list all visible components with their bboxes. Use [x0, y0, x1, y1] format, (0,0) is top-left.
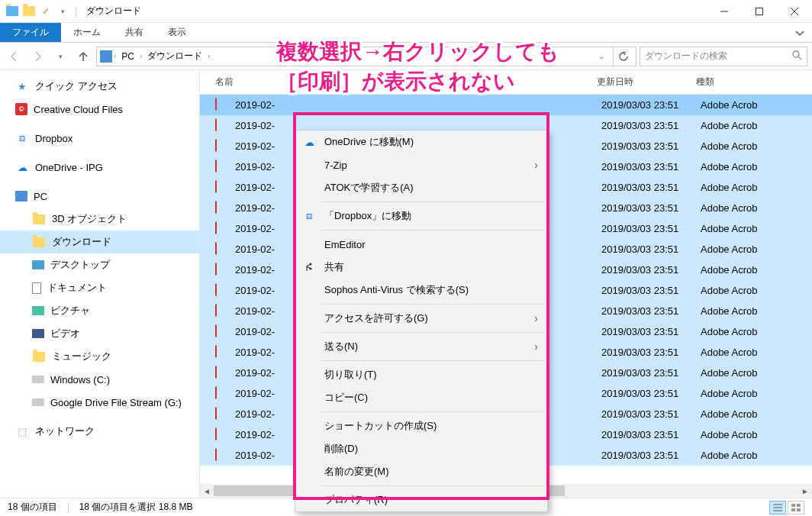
pc-icon — [100, 50, 112, 63]
cm-separator — [321, 304, 544, 305]
sidebar-pc[interactable]: PC — [0, 185, 199, 208]
folder-icon — [32, 212, 46, 226]
sidebar-dropbox[interactable]: ⧈Dropbox — [0, 127, 199, 150]
file-type: Adobe Acrob — [701, 305, 807, 317]
file-date: 2019/03/03 23:51 — [601, 429, 701, 440]
scroll-right-icon[interactable]: ► — [798, 484, 812, 498]
sidebar-creative-cloud[interactable]: ©Creative Cloud Files — [0, 98, 199, 121]
tab-share[interactable]: 共有 — [113, 23, 156, 42]
sidebar-windows-c[interactable]: Windows (C:) — [0, 368, 199, 391]
file-date: 2019/03/03 23:51 — [601, 223, 701, 234]
cm-cut[interactable]: 切り取り(T) — [295, 363, 547, 386]
address-dropdown-icon[interactable]: ⌄ — [591, 47, 611, 66]
pdf-icon — [215, 243, 229, 256]
file-date: 2019/03/03 23:51 — [601, 408, 701, 420]
cm-access[interactable]: アクセスを許可する(G)› — [295, 307, 547, 330]
file-type: Adobe Acrob — [701, 326, 807, 337]
crumb-pc[interactable]: PC — [118, 51, 138, 62]
dropbox-icon: ⧈ — [303, 210, 315, 222]
qat-check-icon[interactable]: ✓ — [38, 4, 53, 19]
cm-properties[interactable]: プロパティ(R) — [295, 489, 547, 511]
cm-dropbox[interactable]: ⧈「Dropbox」に移動 — [295, 205, 547, 227]
sidebar-pictures[interactable]: ピクチャ — [0, 299, 199, 322]
cm-onedrive[interactable]: ☁OneDrive に移動(M) — [295, 131, 547, 153]
view-icons-button[interactable] — [788, 501, 804, 514]
svg-point-13 — [310, 263, 312, 266]
sidebar-gdrive[interactable]: Google Drive File Stream (G:) — [0, 391, 199, 414]
cm-7zip[interactable]: 7-Zip› — [295, 153, 547, 176]
cm-delete[interactable]: 削除(D) — [295, 437, 547, 460]
refresh-button[interactable] — [613, 47, 633, 66]
status-separator — [68, 502, 69, 513]
sidebar-3d-objects[interactable]: 3D オブジェクト — [0, 208, 199, 231]
sidebar-music[interactable]: ミュージック — [0, 345, 199, 368]
pdf-icon — [215, 305, 229, 318]
cm-send[interactable]: 送る(N)› — [295, 335, 547, 358]
minimize-button[interactable] — [707, 0, 742, 23]
cm-copy[interactable]: コピー(C) — [295, 386, 547, 409]
crumb-folder[interactable]: ダウンロード — [143, 50, 206, 63]
col-name[interactable]: 名前 — [215, 76, 597, 89]
sidebar-videos[interactable]: ビデオ — [0, 322, 199, 345]
sidebar-network[interactable]: ⬚ネットワーク — [0, 420, 199, 443]
view-details-button[interactable] — [769, 501, 786, 514]
file-date: 2019/03/03 23:51 — [601, 264, 701, 276]
crumb-sep-icon: › — [114, 52, 116, 60]
search-box[interactable]: ダウンロードの検索 — [640, 47, 807, 66]
tab-view[interactable]: 表示 — [156, 23, 198, 42]
close-button[interactable] — [777, 0, 812, 23]
cm-rename[interactable]: 名前の変更(M) — [295, 460, 547, 483]
col-type[interactable]: 種類 — [696, 76, 803, 89]
cm-separator — [321, 360, 544, 361]
file-type: Adobe Acrob — [701, 223, 807, 234]
file-type: Adobe Acrob — [701, 161, 807, 173]
table-row[interactable]: 2019-02-2019/03/03 23:51Adobe Acrob — [200, 95, 812, 115]
sidebar-desktop[interactable]: デスクトップ — [0, 253, 199, 276]
crumb-sep-icon: › — [140, 52, 142, 60]
file-date: 2019/03/03 23:51 — [601, 388, 701, 399]
col-date[interactable]: 更新日時 — [597, 76, 696, 89]
qat-dropdown-icon[interactable]: ▾ — [55, 4, 70, 19]
svg-rect-10 — [797, 504, 801, 507]
file-date: 2019/03/03 23:51 — [601, 305, 701, 317]
file-type: Adobe Acrob — [701, 120, 807, 131]
drive-icon — [32, 376, 44, 383]
pdf-icon — [215, 222, 229, 236]
tab-home[interactable]: ホーム — [61, 23, 113, 42]
sidebar: ★クイック アクセス ©Creative Cloud Files ⧈Dropbo… — [0, 70, 200, 498]
scroll-left-icon[interactable]: ◄ — [200, 484, 214, 498]
file-type: Adobe Acrob — [701, 450, 807, 461]
tab-file[interactable]: ファイル — [0, 23, 61, 42]
cm-share[interactable]: 共有 — [295, 256, 547, 279]
sidebar-onedrive[interactable]: ☁OneDrive - IPG — [0, 156, 199, 179]
back-button[interactable] — [5, 47, 24, 66]
folder-app-icon — [5, 4, 20, 19]
qat-icon[interactable] — [21, 4, 37, 19]
cm-sophos[interactable]: Sophos Anti-Virus で検索する(S) — [295, 279, 547, 302]
pdf-icon — [215, 160, 229, 174]
cm-emeditor[interactable]: EmEditor — [295, 233, 547, 256]
ribbon-expand[interactable] — [795, 23, 812, 42]
share-icon — [303, 261, 315, 273]
file-date: 2019/03/03 23:51 — [601, 182, 701, 193]
forward-button[interactable] — [27, 47, 47, 66]
sidebar-downloads[interactable]: ダウンロード — [0, 231, 199, 253]
maximize-button[interactable] — [742, 0, 777, 23]
cm-shortcut[interactable]: ショートカットの作成(S) — [295, 414, 547, 437]
svg-rect-11 — [791, 508, 795, 511]
cc-icon: © — [15, 103, 27, 115]
status-item-count: 18 個の項目 — [8, 501, 57, 514]
address-bar[interactable]: › PC › ダウンロード › ⌄ — [96, 47, 636, 66]
recent-dropdown[interactable]: ▾ — [50, 47, 70, 66]
cm-atok[interactable]: ATOKで学習する(A) — [295, 176, 547, 199]
navbar: ▾ › PC › ダウンロード › ⌄ ダウンロードの検索 — [0, 43, 812, 70]
up-button[interactable] — [73, 47, 93, 66]
svg-rect-9 — [791, 504, 795, 507]
drive-icon — [32, 398, 44, 406]
pdf-icon — [215, 284, 229, 298]
pdf-icon — [215, 408, 229, 421]
pc-icon — [15, 191, 27, 202]
pdf-icon — [215, 181, 229, 195]
sidebar-quick-access[interactable]: ★クイック アクセス — [0, 75, 199, 98]
sidebar-documents[interactable]: ドキュメント — [0, 276, 199, 299]
